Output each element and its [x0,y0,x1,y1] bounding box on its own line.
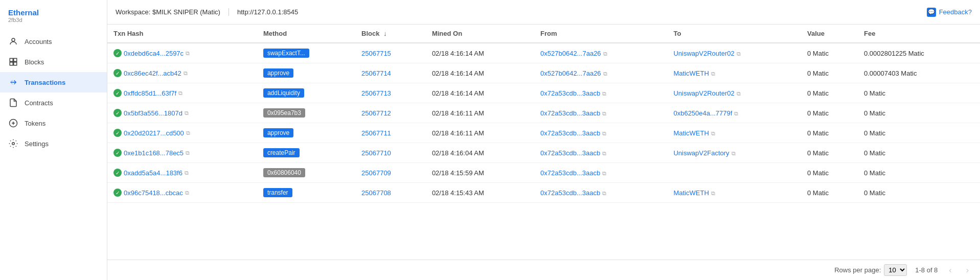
copy-to-icon[interactable]: ⧉ [737,51,741,57]
sidebar-item-settings-label: Settings [25,140,49,148]
block-link[interactable]: 25067712 [361,109,391,117]
txn-hash-link[interactable]: 0xdebd6ca4...2597c [124,50,184,57]
block-link[interactable]: 25067710 [361,149,391,157]
cell-mined-on: 02/18 4:15:59 AM [426,163,534,183]
cell-mined-on: 02/18 4:16:14 AM [426,43,534,63]
from-link[interactable]: 0x72a53cdb...3aacb [540,89,600,97]
main-content: Workspace: $MILK SNIPER (Matic) http://1… [107,0,980,280]
cell-fee: 0 Matic [858,103,980,123]
svg-rect-1 [10,58,13,61]
method-badge: approve [263,128,293,137]
copy-from-icon[interactable]: ⧉ [602,110,606,117]
copy-from-icon[interactable]: ⧉ [603,51,607,57]
txn-hash-link[interactable]: 0xc86ec42f...acb42 [124,69,181,77]
to-link[interactable]: UniswapV2Factory [673,149,729,157]
txn-hash-link[interactable]: 0xadd5a5a4...183f6 [124,169,183,177]
sidebar-item-transactions[interactable]: Transactions [0,72,107,92]
pagination-next-button[interactable]: › [963,265,972,276]
copy-txn-hash-icon[interactable]: ⧉ [184,70,188,77]
to-link[interactable]: UniswapV2Router02 [673,89,734,97]
cell-txn-hash: ✓ 0xadd5a5a4...183f6 ⧉ [107,163,257,183]
copy-from-icon[interactable]: ⧉ [603,71,607,77]
cell-method: approve [257,123,355,143]
sidebar-item-blocks[interactable]: Blocks [0,52,107,72]
cell-value: 0 Matic [801,183,858,203]
cell-to: MaticWETH⧉ [667,123,801,143]
copy-from-icon[interactable]: ⧉ [602,190,606,197]
feedback-button[interactable]: 💬 Feedback? [927,8,972,17]
sidebar-item-accounts[interactable]: Accounts [0,31,107,52]
copy-txn-hash-icon[interactable]: ⧉ [185,190,189,196]
from-link[interactable]: 0x72a53cdb...3aacb [540,129,600,137]
block-link[interactable]: 25067715 [361,50,391,57]
block-link[interactable]: 25067711 [361,129,391,137]
cell-txn-hash: ✓ 0xc86ec42f...acb42 ⧉ [107,63,257,83]
rows-per-page-select[interactable]: 5102550 [884,264,907,276]
block-link[interactable]: 25067714 [361,69,391,77]
txn-hash-link[interactable]: 0xffdc85d1...63f7f [124,89,176,97]
copy-from-icon[interactable]: ⧉ [602,150,606,157]
method-badge: swapExactT... [263,49,309,58]
sidebar-item-tokens[interactable]: Tokens [0,113,107,133]
status-success-icon: ✓ [113,149,122,157]
cell-txn-hash: ✓ 0xe1b1c168...78ec5 ⧉ [107,143,257,163]
cell-txn-hash: ✓ 0xdebd6ca4...2597c ⧉ [107,43,257,63]
txn-hash-link[interactable]: 0x5bf3a556...1807d [124,109,183,117]
cell-from: 0x72a53cdb...3aacb⧉ [534,163,667,183]
block-link[interactable]: 25067708 [361,189,391,197]
copy-txn-hash-icon[interactable]: ⧉ [178,90,183,97]
copy-to-icon[interactable]: ⧉ [711,190,715,197]
to-link[interactable]: 0xb6250e4a...7779f [673,109,732,117]
cell-method: 0x60806040 [257,163,355,183]
copy-txn-hash-icon[interactable]: ⧉ [186,150,190,156]
table-row: ✓ 0x20d20217...cd500 ⧉ approve2506771102… [107,123,980,143]
from-link[interactable]: 0x72a53cdb...3aacb [540,189,600,197]
copy-from-icon[interactable]: ⧉ [602,130,606,137]
cell-to [667,163,801,183]
sort-arrow-block: ↓ [383,30,387,37]
sidebar-item-contracts[interactable]: Contracts [0,92,107,113]
cell-to: UniswapV2Router02⧉ [667,83,801,103]
from-link[interactable]: 0x72a53cdb...3aacb [540,149,600,157]
copy-txn-hash-icon[interactable]: ⧉ [186,130,190,136]
copy-to-icon[interactable]: ⧉ [711,71,715,77]
copy-to-icon[interactable]: ⧉ [734,110,738,117]
copy-from-icon[interactable]: ⧉ [602,170,606,177]
txn-hash-link[interactable]: 0xe1b1c168...78ec5 [124,149,184,157]
arrows-icon [8,77,18,87]
copy-to-icon[interactable]: ⧉ [732,150,736,157]
copy-txn-hash-icon[interactable]: ⧉ [185,170,189,176]
to-link[interactable]: MaticWETH [673,189,709,197]
pagination-prev-button[interactable]: ‹ [946,265,954,276]
copy-txn-hash-icon[interactable]: ⧉ [186,50,190,57]
copy-to-icon[interactable]: ⧉ [711,130,715,137]
cell-from: 0x527b0642...7aa26⧉ [534,43,667,63]
block-link[interactable]: 25067709 [361,169,391,177]
cell-fee: 0.00007403 Matic [858,63,980,83]
to-link[interactable]: MaticWETH [673,129,709,137]
col-block[interactable]: Block ↓ [355,25,426,43]
to-link[interactable]: MaticWETH [673,69,709,77]
copy-to-icon[interactable]: ⧉ [737,90,741,97]
cell-block: 25067715 [355,43,426,63]
col-mined-on: Mined On [426,25,534,43]
copy-from-icon[interactable]: ⧉ [602,90,606,97]
document-icon [8,98,18,108]
from-link[interactable]: 0x72a53cdb...3aacb [540,109,600,117]
txn-hash-link[interactable]: 0x20d20217...cd500 [124,129,184,137]
rows-per-page-label: Rows per page: [834,266,881,274]
from-link[interactable]: 0x527b0642...7aa26 [540,69,601,77]
to-link[interactable]: UniswapV2Router02 [673,50,734,57]
block-link[interactable]: 25067713 [361,89,391,97]
from-link[interactable]: 0x72a53cdb...3aacb [540,169,600,177]
sidebar-item-blocks-label: Blocks [25,58,44,66]
txn-hash-link[interactable]: 0x96c75418...cbcac [124,189,183,197]
copy-txn-hash-icon[interactable]: ⧉ [185,110,189,116]
table-header-row: Txn Hash Method Block ↓ Mined On From [107,25,980,43]
cell-method: swapExactT... [257,43,355,63]
cell-method: addLiquidity [257,83,355,103]
sidebar-item-settings[interactable]: Settings [0,133,107,154]
workspace-label: Workspace: $MILK SNIPER (Matic) [116,8,229,16]
cell-method: approve [257,63,355,83]
from-link[interactable]: 0x527b0642...7aa26 [540,50,601,57]
